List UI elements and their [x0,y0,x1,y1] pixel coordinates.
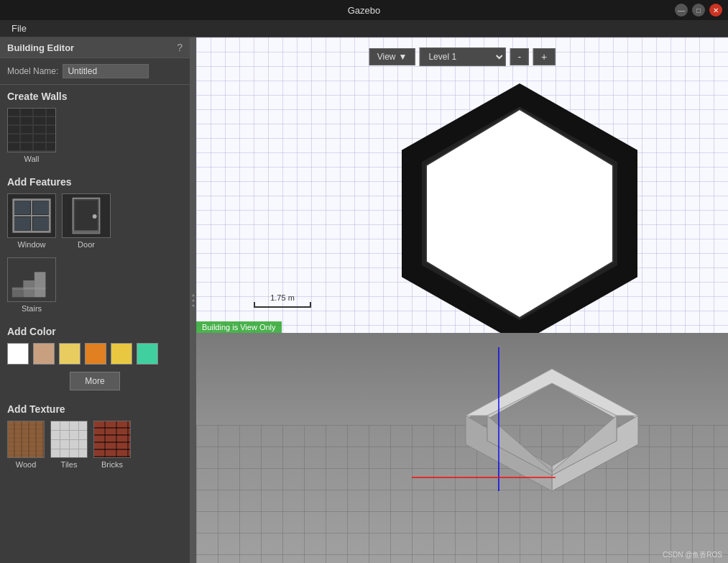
svg-marker-26 [552,416,638,491]
scale-label: 1.75 m [270,293,295,302]
tiles-label: Tiles [61,460,78,469]
wood-texture-icon [7,421,45,458]
tiles-texture-icon [50,421,88,458]
resize-handle[interactable] [190,37,196,563]
panel-title: Building Editor [7,42,74,53]
svg-point-11 [93,214,97,219]
bricks-texture-item[interactable]: Bricks [93,421,131,469]
svg-rect-4 [15,201,30,214]
add-features-title: Add Features [0,170,190,191]
bricks-label: Bricks [101,460,123,469]
svg-point-19 [193,299,195,301]
hexagon-2d [376,81,663,333]
canvas-toolbar: View ▼ Level 1 Level 2 - + [369,47,556,66]
blue-axis [498,347,499,491]
add-texture-title: Add Texture [0,398,190,418]
texture-grid: Wood Tiles Bricks [0,418,190,476]
panel-header: Building Editor ? [0,37,190,58]
watermark: CSDN @鱼香ROS [663,550,722,560]
model-name-label: Model Name: [7,66,58,76]
left-panel: Building Editor ? Model Name: Create Wal… [0,37,190,563]
create-walls-grid: Wall [0,105,190,170]
door-icon [62,193,111,238]
add-color-title: Add Color [0,320,190,340]
canvas-2d[interactable]: View ▼ Level 1 Level 2 - + [196,37,728,333]
close-button[interactable]: ✕ [709,4,722,17]
svg-point-20 [193,304,195,306]
zoom-out-button[interactable]: - [510,48,529,65]
ruler-line [254,302,311,308]
color-row [0,340,190,370]
bricks-texture-icon [93,421,131,458]
hexagon-3d [372,347,728,549]
right-area: View ▼ Level 1 Level 2 - + [196,37,728,563]
maximize-button[interactable]: □ [692,4,705,17]
wall-icon [7,108,56,152]
window-icon [7,193,56,238]
color-swatch-teal[interactable] [137,343,158,365]
stairs-icon [7,257,56,302]
tiles-texture-item[interactable]: Tiles [50,421,88,469]
red-axis [412,477,556,478]
canvas-3d: CSDN @鱼香ROS [196,333,728,563]
more-button[interactable]: More [70,372,119,390]
stairs-grid: Stairs [0,256,190,320]
svg-marker-32 [466,369,638,416]
svg-marker-27 [466,416,552,491]
svg-rect-17 [12,288,46,290]
wall-item[interactable]: Wall [7,108,56,163]
help-icon[interactable]: ? [177,42,183,53]
svg-rect-14 [12,289,24,298]
color-swatch-gold[interactable] [111,343,132,365]
window-label: Window [17,240,45,249]
view-button[interactable]: View ▼ [369,48,415,65]
main-layout: Building Editor ? Model Name: Create Wal… [0,37,728,563]
door-item[interactable]: Door [62,193,111,249]
wood-texture-item[interactable]: Wood [7,421,45,469]
stairs-item[interactable]: Stairs [7,257,56,313]
svg-rect-16 [34,272,46,297]
wood-label: Wood [16,460,37,469]
model-name-input[interactable] [63,64,149,78]
file-menu[interactable]: File [6,22,32,35]
svg-rect-7 [33,217,48,230]
app-title: Gazebo [348,5,381,16]
door-label: Door [78,240,95,249]
scale-ruler: 1.75 m [254,293,311,308]
svg-rect-5 [33,201,48,214]
color-swatch-orange[interactable] [85,343,106,365]
wall-label: Wall [24,155,40,163]
minimize-button[interactable]: — [675,4,688,17]
color-swatch-tan[interactable] [33,343,55,365]
view-only-badge: Building is View Only [196,321,282,333]
color-swatch-white[interactable] [7,343,29,365]
zoom-in-button[interactable]: + [533,48,555,65]
svg-rect-12 [73,230,100,233]
create-walls-title: Create Walls [0,85,190,105]
title-bar: Gazebo — □ ✕ [0,0,728,20]
svg-rect-6 [15,217,30,230]
window-item[interactable]: Window [7,193,56,249]
svg-point-18 [193,294,195,296]
level-select[interactable]: Level 1 Level 2 [419,47,505,66]
model-name-row: Model Name: [0,58,190,85]
window-controls: — □ ✕ [675,4,722,17]
stairs-label: Stairs [22,304,42,313]
add-features-grid: Window Door [0,191,190,256]
menu-bar: File [0,20,728,37]
color-swatch-yellow[interactable] [59,343,80,365]
